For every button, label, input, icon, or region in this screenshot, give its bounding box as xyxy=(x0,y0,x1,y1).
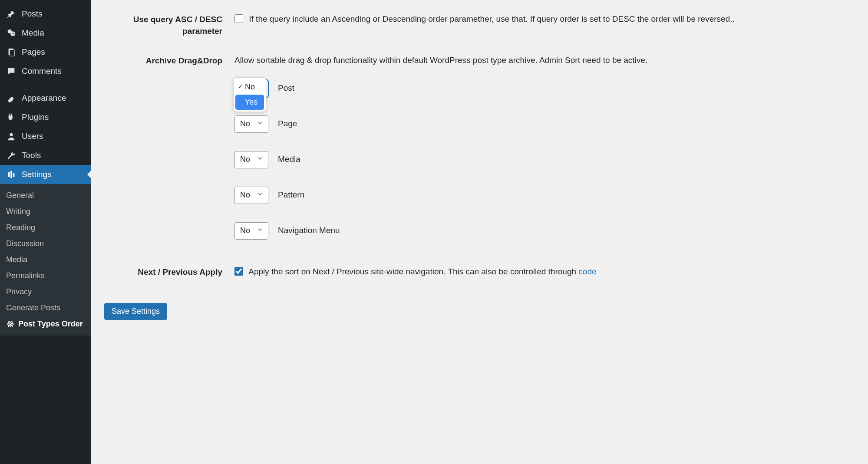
submenu-generate-posts[interactable]: Generate Posts xyxy=(0,300,91,316)
users-icon xyxy=(6,131,17,142)
sidebar-item-label: Appearance xyxy=(22,93,66,103)
submenu-reading[interactable]: Reading xyxy=(0,220,91,236)
sidebar-item-label: Comments xyxy=(22,66,62,76)
pages-icon xyxy=(6,47,17,57)
svg-rect-6 xyxy=(10,171,12,178)
archive-row-media: No Media xyxy=(234,151,855,168)
appearance-icon xyxy=(6,93,17,103)
chevron-down-icon xyxy=(257,189,264,201)
sidebar-item-comments[interactable]: Comments xyxy=(0,62,91,81)
sidebar-item-appearance[interactable]: Appearance xyxy=(0,89,91,108)
row-next-previous: Next / Previous Apply Apply the sort on … xyxy=(104,266,855,278)
sidebar-item-label: Media xyxy=(22,28,44,38)
chevron-down-icon xyxy=(257,154,264,165)
plugins-icon xyxy=(6,112,17,122)
label-use-query: Use query ASC / DESC parameter xyxy=(104,13,234,37)
sidebar-item-label: Users xyxy=(22,132,43,141)
chevron-down-icon xyxy=(257,225,264,237)
sidebar-item-label: Tools xyxy=(22,151,41,160)
sidebar-item-media[interactable]: Media xyxy=(0,23,91,43)
sidebar-item-label: Posts xyxy=(22,9,43,19)
main-content: Use query ASC / DESC parameter If the qu… xyxy=(91,0,868,464)
submenu-writing[interactable]: Writing xyxy=(0,204,91,220)
archive-row-navmenu: No Navigation Menu xyxy=(234,222,855,240)
sidebar-item-plugins[interactable]: Plugins xyxy=(0,108,91,127)
select-navmenu[interactable]: No xyxy=(234,222,268,240)
svg-point-4 xyxy=(10,133,13,136)
sidebar-item-label: Pages xyxy=(22,47,45,57)
row-use-query-asc-desc: Use query ASC / DESC parameter If the qu… xyxy=(104,13,855,37)
submenu-post-types-order[interactable]: Post Types Order xyxy=(0,316,91,332)
dropdown-option-yes[interactable]: Yes xyxy=(235,95,264,110)
desc-next-previous: Apply the sort on Next / Previous site-w… xyxy=(248,267,578,276)
link-code[interactable]: code xyxy=(578,267,596,276)
submenu-discussion[interactable]: Discussion xyxy=(0,236,91,252)
sidebar-item-users[interactable]: Users xyxy=(0,127,91,146)
sidebar-item-tools[interactable]: Tools xyxy=(0,146,91,165)
save-settings-button[interactable]: Save Settings xyxy=(104,303,167,320)
archive-row-pattern: No Pattern xyxy=(234,187,855,204)
sidebar-item-label: Settings xyxy=(22,170,52,179)
media-icon xyxy=(6,28,17,38)
atom-icon xyxy=(6,320,15,329)
desc-use-query: If the query include an Ascending or Des… xyxy=(249,14,734,23)
svg-rect-5 xyxy=(8,172,10,177)
label-next-previous: Next / Previous Apply xyxy=(104,266,234,278)
archive-label-navmenu: Navigation Menu xyxy=(278,224,340,237)
submenu-media[interactable]: Media xyxy=(0,252,91,268)
desc-archive-dragdrop: Allow sortable drag & drop functionality… xyxy=(234,54,855,67)
tools-icon xyxy=(6,150,17,161)
settings-icon xyxy=(6,169,17,180)
pin-icon xyxy=(6,9,17,19)
archive-label-post: Post xyxy=(278,82,294,95)
select-pattern[interactable]: No xyxy=(234,187,268,204)
dropdown-option-no[interactable]: No xyxy=(235,79,264,95)
archive-label-pattern: Pattern xyxy=(278,189,304,201)
checkbox-use-query[interactable] xyxy=(234,14,243,23)
submenu-permalinks[interactable]: Permalinks xyxy=(0,268,91,284)
archive-row-page: No Page xyxy=(234,115,855,133)
admin-sidebar: Posts Media Pages Comments Appearance Pl… xyxy=(0,0,91,464)
checkbox-next-previous[interactable] xyxy=(234,267,243,276)
svg-point-8 xyxy=(10,323,11,325)
row-archive-dragdrop: Archive Drag&Drop Allow sortable drag & … xyxy=(104,54,855,240)
sidebar-item-pages[interactable]: Pages xyxy=(0,43,91,62)
archive-row-post: No No Yes Post xyxy=(234,80,855,97)
select-media[interactable]: No xyxy=(234,151,268,168)
svg-rect-7 xyxy=(13,173,15,177)
archive-label-page: Page xyxy=(278,118,297,130)
sidebar-item-label: Plugins xyxy=(22,112,49,122)
archive-label-media: Media xyxy=(278,153,300,166)
chevron-down-icon xyxy=(257,118,264,130)
svg-rect-3 xyxy=(10,50,14,56)
select-page[interactable]: No xyxy=(234,115,268,133)
submenu-privacy[interactable]: Privacy xyxy=(0,284,91,300)
sidebar-item-posts[interactable]: Posts xyxy=(0,4,91,23)
comments-icon xyxy=(6,66,17,76)
dropdown-post: No Yes xyxy=(233,77,266,112)
submenu-general[interactable]: General xyxy=(0,188,91,204)
label-archive-dragdrop: Archive Drag&Drop xyxy=(104,54,234,67)
sidebar-item-settings[interactable]: Settings xyxy=(0,165,91,184)
svg-point-1 xyxy=(10,31,15,36)
settings-submenu: General Writing Reading Discussion Media… xyxy=(0,184,91,336)
